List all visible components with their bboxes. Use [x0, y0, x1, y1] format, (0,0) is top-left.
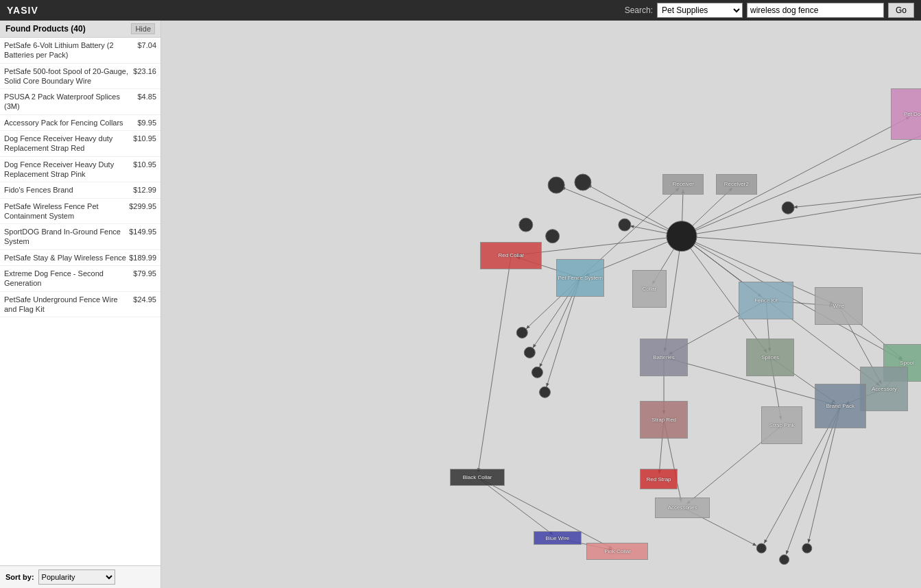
product-price: $10.95 — [133, 134, 156, 143]
product-name: PetSafe Wireless Fence Pet Containment S… — [4, 201, 129, 221]
product-name: Dog Fence Receiver Heavy Duty Replacemen… — [4, 160, 133, 180]
product-list: PetSafe 6-Volt Lithium Battery (2 Batter… — [0, 38, 160, 565]
graph-node[interactable]: Blue Wire — [534, 531, 582, 545]
product-name: Fido's Fences Brand — [4, 185, 133, 195]
sort-select[interactable]: Popularity Price: Low to High Price: Hig… — [38, 569, 115, 585]
graph-node[interactable]: Black Collar — [450, 469, 505, 486]
graph-nodes: Pet Fence SystemCollarReceiverReceiver2F… — [161, 21, 921, 588]
graph-node[interactable]: Wire — [815, 287, 863, 325]
product-name: PSUSA 2 Pack Waterproof Splices (3M) — [4, 92, 137, 112]
product-price: $189.99 — [129, 253, 156, 262]
product-name: PetSafe 500-foot Spool of 20-Gauge, Soli… — [4, 66, 133, 86]
hide-button[interactable]: Hide — [131, 23, 155, 34]
product-price: $7.04 — [137, 40, 156, 50]
search-label: Search: — [625, 5, 653, 15]
graph-node[interactable]: Splices — [746, 339, 794, 376]
list-item[interactable]: Fido's Fences Brand$12.99 — [0, 182, 160, 198]
list-item[interactable]: Extreme Dog Fence - Second Generation$79… — [0, 266, 160, 292]
graph-node[interactable]: Accessory — [860, 367, 908, 411]
graph-node[interactable]: Receiver — [662, 174, 704, 195]
product-name: PetSafe 6-Volt Lithium Battery (2 Batter… — [4, 40, 137, 60]
graph-node[interactable]: Batteries — [640, 339, 688, 376]
list-item[interactable]: Accessory Pack for Fencing Collars$9.95 — [0, 115, 160, 131]
list-item[interactable]: PetSafe Wireless Fence Pet Containment S… — [0, 199, 160, 225]
product-price: $12.99 — [133, 185, 156, 195]
graph-node[interactable]: Collar — [632, 270, 667, 308]
product-name: PetSafe Underground Fence Wire and Flag … — [4, 295, 133, 315]
sidebar: Found Products (40) Hide PetSafe 6-Volt … — [0, 21, 161, 588]
list-item[interactable]: PetSafe 6-Volt Lithium Battery (2 Batter… — [0, 38, 160, 64]
found-products-title: Found Products (40) — [5, 24, 86, 34]
product-name: SportDOG Brand In-Ground Fence System — [4, 227, 129, 247]
list-item[interactable]: Dog Fence Receiver Heavy Duty Replacemen… — [0, 157, 160, 183]
product-price: $10.95 — [133, 160, 156, 169]
graph-node[interactable]: Brand Pack — [815, 384, 866, 428]
logo: YASIV — [7, 5, 38, 16]
search-input[interactable] — [747, 3, 884, 18]
sort-area: Sort by: Popularity Price: Low to High P… — [0, 565, 160, 588]
list-item[interactable]: PetSafe Stay & Play Wireless Fence$189.9… — [0, 250, 160, 266]
graph-area[interactable]: Pet Fence SystemCollarReceiverReceiver2F… — [161, 21, 921, 588]
product-price: $24.95 — [133, 295, 156, 304]
product-name: Extreme Dog Fence - Second Generation — [4, 269, 133, 289]
graph-node[interactable]: Strap Red — [640, 401, 688, 439]
graph-node[interactable]: Accessories — [655, 498, 710, 518]
list-item[interactable]: PetSafe Underground Fence Wire and Flag … — [0, 292, 160, 318]
product-price: $4.85 — [137, 92, 156, 101]
main-layout: Found Products (40) Hide PetSafe 6-Volt … — [0, 21, 921, 588]
go-button[interactable]: Go — [888, 3, 914, 18]
product-price: $299.95 — [129, 201, 156, 211]
graph-node[interactable]: Receiver2 — [716, 174, 757, 195]
graph-node[interactable]: Red Strap — [640, 469, 678, 489]
product-name: Dog Fence Receiver Heavy duty Replacemen… — [4, 134, 133, 154]
product-name: PetSafe Stay & Play Wireless Fence — [4, 253, 129, 262]
product-price: $79.95 — [133, 269, 156, 278]
search-area: Search: Pet Supplies All Departments Ele… — [625, 3, 914, 18]
graph-node[interactable]: Pink Collar — [586, 543, 648, 560]
category-select[interactable]: Pet Supplies All Departments Electronics… — [657, 3, 743, 18]
graph-node[interactable]: Fence Kit — [739, 282, 793, 319]
list-item[interactable]: SportDOG Brand In-Ground Fence System$14… — [0, 224, 160, 250]
list-item[interactable]: PetSafe 500-foot Spool of 20-Gauge, Soli… — [0, 64, 160, 90]
graph-node[interactable]: Pet Fence System — [556, 259, 604, 297]
product-price: $9.95 — [137, 118, 156, 127]
graph-node[interactable]: Pet Door — [891, 88, 921, 140]
header: YASIV Search: Pet Supplies All Departmen… — [0, 0, 921, 21]
graph-node[interactable]: Strap Pink — [761, 406, 802, 444]
graph-node[interactable]: Red Collar — [480, 242, 542, 269]
product-price: $149.95 — [129, 227, 156, 236]
sidebar-header: Found Products (40) Hide — [0, 21, 160, 38]
sort-label: Sort by: — [5, 573, 34, 581]
product-price: $23.16 — [133, 66, 156, 76]
list-item[interactable]: PSUSA 2 Pack Waterproof Splices (3M)$4.8… — [0, 89, 160, 115]
product-name: Accessory Pack for Fencing Collars — [4, 118, 137, 127]
list-item[interactable]: Dog Fence Receiver Heavy duty Replacemen… — [0, 131, 160, 157]
